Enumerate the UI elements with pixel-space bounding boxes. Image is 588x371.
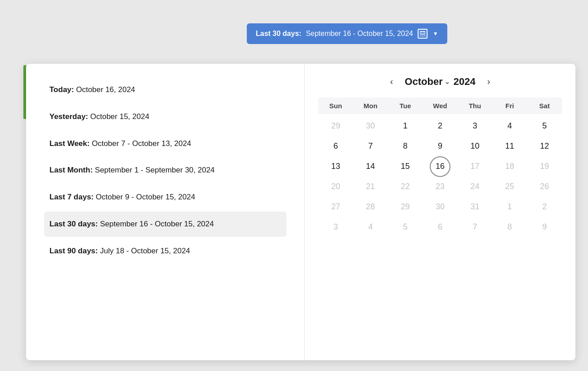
date-range-button[interactable]: Last 30 days: September 16 - October 15,…	[247, 23, 447, 44]
day-cell[interactable]: 2	[423, 116, 457, 136]
presets-column: Today: October 16, 2024Yesterday: Octobe…	[26, 64, 305, 360]
preset-label: Last 7 days:	[49, 193, 94, 201]
today-cell[interactable]: 16	[423, 156, 457, 177]
svg-rect-6	[423, 34, 424, 35]
calendar-weekdays: SunMonTueWedThuFriSat	[318, 97, 562, 114]
chevron-down-icon: ▼	[433, 31, 438, 37]
month-year-display: October ⌄ 2024	[405, 76, 475, 88]
month-label: October	[405, 76, 442, 88]
day-cell[interactable]: 9	[423, 136, 457, 156]
day-cell: 30	[423, 197, 457, 217]
weekday-mon: Mon	[353, 97, 388, 114]
preset-item-today[interactable]: Today: October 16, 2024	[44, 77, 286, 102]
day-cell: 21	[353, 177, 388, 197]
day-cell[interactable]: 15	[388, 156, 423, 177]
button-label-value: September 16 - October 15, 2024	[306, 30, 413, 38]
day-cell: 2	[527, 197, 562, 217]
preset-label: Yesterday:	[49, 112, 88, 121]
preset-label: Last 30 days:	[49, 220, 98, 228]
day-cell: 3	[318, 217, 353, 237]
day-cell[interactable]: 3	[458, 116, 492, 136]
day-cell: 8	[492, 217, 527, 237]
next-month-button[interactable]: ›	[483, 75, 495, 88]
month-chevron-icon: ⌄	[445, 78, 450, 85]
day-cell: 23	[423, 177, 457, 197]
day-cell: 4	[353, 217, 388, 237]
prev-month-button[interactable]: ‹	[386, 75, 398, 88]
preset-label: Last 90 days:	[49, 247, 98, 255]
day-cell: 20	[318, 177, 353, 197]
calendar-icon	[418, 29, 428, 39]
preset-label: Last Week:	[49, 139, 89, 148]
day-cell[interactable]: 7	[353, 136, 388, 156]
preset-item-last-30-days[interactable]: Last 30 days: September 16 - October 15,…	[44, 212, 286, 237]
preset-label: Today:	[49, 85, 74, 94]
day-cell[interactable]: 1	[388, 116, 423, 136]
weekday-fri: Fri	[492, 97, 527, 114]
weekday-tue: Tue	[388, 97, 423, 114]
calendar-grid: SunMonTueWedThuFriSat 293012345678910111…	[318, 97, 562, 237]
preset-value: July 18 - October 15, 2024	[100, 247, 190, 255]
day-cell: 30	[353, 116, 388, 136]
day-cell[interactable]: 6	[318, 136, 353, 156]
preset-value: October 15, 2024	[90, 112, 149, 121]
calendar-column: ‹ October ⌄ 2024 › SunMonTueWedThuFriSat…	[305, 64, 575, 360]
preset-item-last-month[interactable]: Last Month: September 1 - September 30, …	[44, 158, 286, 183]
day-cell: 27	[318, 197, 353, 217]
day-cell[interactable]: 14	[353, 156, 388, 177]
svg-rect-0	[420, 31, 425, 36]
preset-item-last-week[interactable]: Last Week: October 7 - October 13, 2024	[44, 131, 286, 156]
day-cell: 17	[458, 156, 492, 177]
day-cell: 25	[492, 177, 527, 197]
day-cell: 18	[492, 156, 527, 177]
preset-value: October 9 - October 15, 2024	[96, 193, 195, 201]
day-cell[interactable]: 10	[458, 136, 492, 156]
day-cell: 29	[388, 197, 423, 217]
day-cell[interactable]: 13	[318, 156, 353, 177]
preset-value: October 16, 2024	[76, 85, 135, 94]
day-cell: 1	[492, 197, 527, 217]
weekday-wed: Wed	[423, 97, 457, 114]
weekday-sat: Sat	[527, 97, 562, 114]
day-cell: 9	[527, 217, 562, 237]
month-selector[interactable]: October ⌄	[405, 76, 450, 88]
day-cell: 19	[527, 156, 562, 177]
day-cell[interactable]: 12	[527, 136, 562, 156]
calendar-days: 2930123456789101112131415161718192021222…	[318, 116, 562, 237]
preset-item-last-7-days[interactable]: Last 7 days: October 9 - October 15, 202…	[44, 185, 286, 210]
day-cell: 28	[353, 197, 388, 217]
day-cell: 7	[458, 217, 492, 237]
svg-rect-5	[422, 34, 423, 35]
day-cell[interactable]: 8	[388, 136, 423, 156]
day-cell: 6	[423, 217, 457, 237]
preset-value: October 7 - October 13, 2024	[92, 139, 191, 148]
preset-item-yesterday[interactable]: Yesterday: October 15, 2024	[44, 104, 286, 129]
year-label: 2024	[454, 76, 476, 88]
preset-value: September 16 - October 15, 2024	[100, 220, 214, 228]
weekday-sun: Sun	[318, 97, 353, 114]
day-cell: 29	[318, 116, 353, 136]
date-picker-panel: Today: October 16, 2024Yesterday: Octobe…	[26, 64, 575, 360]
day-cell[interactable]: 5	[527, 116, 562, 136]
day-cell: 24	[458, 177, 492, 197]
svg-rect-4	[421, 34, 422, 35]
day-cell: 22	[388, 177, 423, 197]
day-cell: 5	[388, 217, 423, 237]
preset-value: September 1 - September 30, 2024	[95, 166, 215, 174]
day-cell[interactable]: 4	[492, 116, 527, 136]
button-label-bold: Last 30 days:	[256, 30, 301, 38]
preset-label: Last Month:	[49, 166, 93, 174]
weekday-thu: Thu	[458, 97, 492, 114]
preset-item-last-90-days[interactable]: Last 90 days: July 18 - October 15, 2024	[44, 238, 286, 264]
calendar-header: ‹ October ⌄ 2024 ›	[318, 75, 562, 88]
day-cell: 31	[458, 197, 492, 217]
day-cell: 26	[527, 177, 562, 197]
day-cell[interactable]: 11	[492, 136, 527, 156]
